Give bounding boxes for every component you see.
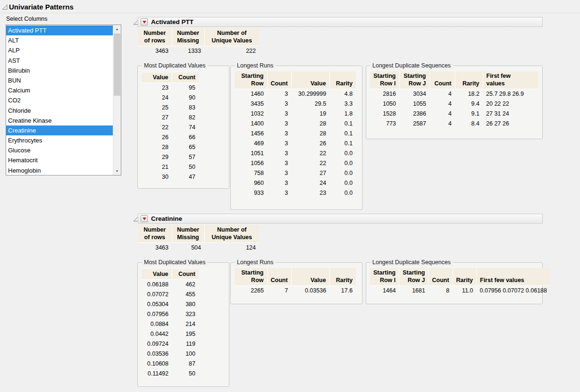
table-header-row: Value Count [142, 269, 199, 280]
column-list-item[interactable]: Glucose [6, 145, 113, 155]
column-list-item[interactable]: Creatinine [6, 125, 113, 135]
table-body: 28163034418.225.7 29.8 26.91050105549.42… [370, 89, 538, 129]
table-cell: 3 [267, 99, 291, 109]
column-list-item[interactable]: AST [6, 56, 113, 66]
table-cell: 21 [142, 162, 172, 172]
table-cell: 27 [291, 168, 329, 178]
column-list-item[interactable]: BUN [6, 75, 113, 85]
table-body: 0.061884620.070724550.053043800.07956323… [142, 280, 199, 379]
table-cell: 0.10608 [142, 359, 172, 369]
column-list-item[interactable]: Erythrocytes [6, 135, 113, 145]
table-row: 0.09724119 [142, 339, 199, 349]
col-header-count: Count [267, 71, 291, 89]
table-cell: 27 31 24 [483, 109, 538, 119]
column-list-item[interactable]: Activated PTT [6, 25, 113, 35]
table-row: 28163034418.225.7 29.8 26.9 [370, 89, 538, 100]
column-list-item[interactable]: Bilirubin [6, 66, 113, 75]
table-cell: 9.1 [455, 109, 483, 119]
table-cell: 1681 [399, 286, 429, 296]
column-list-item[interactable]: ALP [6, 45, 113, 55]
table-cell: 0.1 [329, 119, 356, 129]
table-cell: 100 [172, 349, 199, 359]
table-row: 0.05304380 [142, 300, 199, 309]
table-row: 1460330.2999994.8 [235, 89, 356, 100]
table-cell: 30 [142, 172, 172, 182]
table-cell: 30.299999 [291, 89, 329, 100]
summary-header-row: Number of rows Number Missing Number of … [138, 28, 259, 46]
table-cell: 95 [172, 83, 199, 93]
listbox-scrollbar[interactable]: ▲ ▼ [113, 25, 121, 175]
table-cell: 90 [172, 93, 199, 103]
table-row: 9603240.0 [235, 178, 356, 188]
table-cell: 22 [291, 149, 329, 158]
select-columns-label: Select Columns [6, 16, 48, 22]
table-header-row: Starting Row I Starting Row J Count Rari… [370, 268, 550, 286]
table-header-row: Starting Row Count Value Rarity [235, 268, 356, 286]
table-row: 10513220.0 [235, 149, 356, 158]
table-row: 0.07072455 [142, 290, 199, 300]
column-list-item[interactable]: Hemoglobin [6, 166, 113, 175]
page-title: Univariate Patterns [9, 3, 74, 11]
panel-longest-duplicate-sequences: Longest Duplicate Sequences Starting Row… [366, 66, 543, 139]
table-row: 34631333222 [138, 46, 259, 57]
col-header-rarity: Rarity [455, 71, 483, 89]
column-listbox[interactable]: Activated PTTALTALPASTBilirubinBUNCalciu… [6, 25, 121, 175]
scrollbar-down-icon[interactable]: ▼ [113, 167, 121, 175]
column-list-item[interactable]: Hematocrit [6, 155, 113, 165]
col-header-number-unique: Number of Unique Values [204, 225, 259, 243]
column-list-item[interactable]: CO2 [6, 95, 113, 105]
table-cell: 27 [142, 113, 172, 123]
table-row: 0.03536100 [142, 349, 199, 359]
red-triangle-menu-icon[interactable] [141, 18, 148, 25]
col-header-starting-row-j: Starting Row J [399, 268, 429, 286]
table-row: 10563220.0 [235, 158, 356, 168]
table-row: 2490 [142, 93, 199, 103]
col-header-first-few-values: First few values [483, 71, 538, 89]
title-bar: Univariate Patterns [0, 0, 580, 13]
column-list-item[interactable]: Chloride [6, 106, 113, 116]
table-row: 2865 [142, 142, 199, 152]
scrollbar-up-icon[interactable]: ▲ [113, 25, 121, 33]
col-header-count: Count [267, 268, 291, 286]
outline-header[interactable]: Activated PTT [138, 17, 543, 27]
table-row: 9333230.0 [235, 188, 356, 198]
table-cell: 66 [172, 133, 199, 142]
table-cell: 25 [142, 103, 172, 113]
table-cell: 25.7 29.8 26.9 [483, 89, 538, 100]
table-cell: 3 [267, 158, 291, 168]
longest-duplicate-sequences-table: Starting Row I Starting Row J Count Rari… [370, 268, 550, 296]
col-header-number-missing: Number Missing [172, 225, 204, 243]
panel-title: Most Duplicated Values [142, 62, 208, 69]
red-triangle-menu-icon[interactable] [141, 215, 148, 222]
table-cell: 3 [267, 109, 291, 119]
table-cell: 462 [172, 280, 199, 290]
table-cell: 933 [235, 188, 267, 198]
column-list-item[interactable]: Creatine Kinase [6, 116, 113, 125]
table-cell: 4.8 [329, 89, 356, 100]
table-cell: 26 27 26 [483, 119, 538, 129]
col-header-starting-row-j: Starting Row J [399, 71, 429, 89]
table-cell: 19 [291, 109, 329, 119]
table-row: 14641681811.00.07956 0.07072 0.06188 [370, 286, 550, 296]
column-list-item[interactable]: Calcium [6, 85, 113, 95]
table-cell: 773 [370, 119, 399, 129]
table-cell: 50 [172, 162, 199, 172]
table-cell: 3463 [138, 243, 172, 253]
scrollbar-thumb[interactable] [114, 33, 120, 96]
table-row: 0.0884214 [142, 319, 199, 329]
column-list-item[interactable]: ALT [6, 35, 113, 45]
table-row: 2395 [142, 83, 199, 93]
disclosure-open-icon[interactable] [2, 4, 8, 10]
table-cell: 758 [235, 168, 267, 178]
table-row: 3463504124 [138, 243, 259, 253]
table-row: 2150 [142, 162, 199, 172]
outline-header[interactable]: Creatinine [138, 214, 543, 224]
table-row: 14003280.1 [235, 119, 356, 129]
table-cell: 3 [267, 188, 291, 198]
table-cell: 0.0 [329, 158, 356, 168]
col-header-number-missing: Number Missing [172, 28, 204, 46]
table-row: 4693260.1 [235, 139, 356, 149]
table-cell: 24 [142, 93, 172, 103]
column-list: Activated PTTALTALPASTBilirubinBUNCalciu… [6, 25, 113, 175]
table-row: 0.1060887 [142, 359, 199, 369]
